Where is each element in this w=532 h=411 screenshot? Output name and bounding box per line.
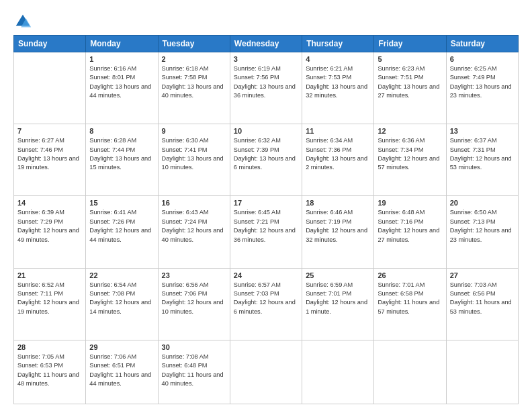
logo-icon	[13, 12, 32, 31]
calendar-cell: 18Sunrise: 6:46 AMSunset: 7:19 PMDayligh…	[302, 196, 374, 268]
day-number: 8	[89, 127, 154, 135]
calendar-cell: 24Sunrise: 6:57 AMSunset: 7:03 PMDayligh…	[230, 268, 302, 340]
calendar-cell: 11Sunrise: 6:34 AMSunset: 7:36 PMDayligh…	[302, 124, 374, 196]
day-number: 24	[234, 271, 298, 279]
logo	[13, 12, 35, 31]
page: SundayMondayTuesdayWednesdayThursdayFrid…	[0, 0, 532, 411]
day-number: 10	[234, 127, 298, 135]
day-number: 15	[89, 199, 154, 207]
week-row-3: 21Sunrise: 6:52 AMSunset: 7:11 PMDayligh…	[14, 268, 519, 340]
calendar-cell: 19Sunrise: 6:48 AMSunset: 7:16 PMDayligh…	[374, 196, 446, 268]
cell-info: Sunrise: 7:08 AMSunset: 6:48 PMDaylight:…	[162, 353, 226, 388]
calendar-cell: 9Sunrise: 6:30 AMSunset: 7:41 PMDaylight…	[158, 124, 230, 196]
calendar-cell: 28Sunrise: 7:05 AMSunset: 6:53 PMDayligh…	[14, 340, 86, 404]
calendar-cell: 13Sunrise: 6:37 AMSunset: 7:31 PMDayligh…	[446, 124, 518, 196]
calendar-cell: 4Sunrise: 6:21 AMSunset: 7:53 PMDaylight…	[302, 52, 374, 124]
cell-info: Sunrise: 7:01 AMSunset: 6:58 PMDaylight:…	[378, 281, 442, 316]
calendar-cell: 14Sunrise: 6:39 AMSunset: 7:29 PMDayligh…	[14, 196, 86, 268]
calendar-cell: 8Sunrise: 6:28 AMSunset: 7:44 PMDaylight…	[86, 124, 158, 196]
calendar-cell: 5Sunrise: 6:23 AMSunset: 7:51 PMDaylight…	[374, 52, 446, 124]
day-number: 18	[306, 199, 370, 207]
cell-info: Sunrise: 6:50 AMSunset: 7:13 PMDaylight:…	[450, 208, 515, 244]
cell-info: Sunrise: 6:52 AMSunset: 7:11 PMDaylight:…	[17, 281, 82, 316]
calendar-cell	[14, 52, 86, 124]
weekday-header-thursday: Thursday	[302, 36, 374, 52]
calendar-cell	[446, 340, 518, 404]
weekday-header-friday: Friday	[374, 36, 446, 52]
cell-info: Sunrise: 6:56 AMSunset: 7:06 PMDaylight:…	[162, 281, 226, 316]
day-number: 1	[89, 55, 154, 63]
cell-info: Sunrise: 6:27 AMSunset: 7:46 PMDaylight:…	[17, 136, 82, 172]
day-number: 2	[162, 55, 226, 63]
weekday-header-saturday: Saturday	[446, 36, 518, 52]
calendar-cell	[230, 340, 302, 404]
day-number: 20	[450, 199, 515, 207]
weekday-header-wednesday: Wednesday	[230, 36, 302, 52]
day-number: 22	[89, 271, 154, 279]
week-row-2: 14Sunrise: 6:39 AMSunset: 7:29 PMDayligh…	[14, 196, 519, 268]
calendar-cell: 30Sunrise: 7:08 AMSunset: 6:48 PMDayligh…	[158, 340, 230, 404]
cell-info: Sunrise: 6:19 AMSunset: 7:56 PMDaylight:…	[234, 64, 298, 100]
cell-info: Sunrise: 6:30 AMSunset: 7:41 PMDaylight:…	[162, 136, 226, 172]
cell-info: Sunrise: 6:16 AMSunset: 8:01 PMDaylight:…	[89, 64, 154, 100]
weekday-header-sunday: Sunday	[14, 36, 86, 52]
cell-info: Sunrise: 6:48 AMSunset: 7:16 PMDaylight:…	[378, 208, 442, 244]
calendar-cell: 23Sunrise: 6:56 AMSunset: 7:06 PMDayligh…	[158, 268, 230, 340]
calendar-cell: 15Sunrise: 6:41 AMSunset: 7:26 PMDayligh…	[86, 196, 158, 268]
day-number: 13	[450, 127, 515, 135]
cell-info: Sunrise: 6:43 AMSunset: 7:24 PMDaylight:…	[162, 208, 226, 244]
calendar-cell	[302, 340, 374, 404]
day-number: 29	[89, 343, 154, 351]
calendar-cell: 16Sunrise: 6:43 AMSunset: 7:24 PMDayligh…	[158, 196, 230, 268]
cell-info: Sunrise: 6:18 AMSunset: 7:58 PMDaylight:…	[162, 64, 226, 100]
cell-info: Sunrise: 7:05 AMSunset: 6:53 PMDaylight:…	[17, 353, 82, 388]
calendar-cell: 20Sunrise: 6:50 AMSunset: 7:13 PMDayligh…	[446, 196, 518, 268]
day-number: 28	[17, 343, 82, 351]
calendar-cell: 26Sunrise: 7:01 AMSunset: 6:58 PMDayligh…	[374, 268, 446, 340]
cell-info: Sunrise: 6:34 AMSunset: 7:36 PMDaylight:…	[306, 136, 370, 172]
day-number: 4	[306, 55, 370, 63]
cell-info: Sunrise: 6:41 AMSunset: 7:26 PMDaylight:…	[89, 208, 154, 244]
day-number: 30	[162, 343, 226, 351]
day-number: 19	[378, 199, 442, 207]
calendar-cell: 12Sunrise: 6:36 AMSunset: 7:34 PMDayligh…	[374, 124, 446, 196]
header	[13, 12, 519, 31]
calendar-cell: 21Sunrise: 6:52 AMSunset: 7:11 PMDayligh…	[14, 268, 86, 340]
cell-info: Sunrise: 6:37 AMSunset: 7:31 PMDaylight:…	[450, 136, 515, 172]
calendar-cell: 3Sunrise: 6:19 AMSunset: 7:56 PMDaylight…	[230, 52, 302, 124]
cell-info: Sunrise: 6:32 AMSunset: 7:39 PMDaylight:…	[234, 136, 298, 172]
day-number: 16	[162, 199, 226, 207]
day-number: 21	[17, 271, 82, 279]
cell-info: Sunrise: 6:57 AMSunset: 7:03 PMDaylight:…	[234, 281, 298, 316]
calendar-cell: 29Sunrise: 7:06 AMSunset: 6:51 PMDayligh…	[86, 340, 158, 404]
day-number: 11	[306, 127, 370, 135]
calendar-cell: 27Sunrise: 7:03 AMSunset: 6:56 PMDayligh…	[446, 268, 518, 340]
weekday-header-monday: Monday	[86, 36, 158, 52]
weekday-header-tuesday: Tuesday	[158, 36, 230, 52]
calendar-cell: 1Sunrise: 6:16 AMSunset: 8:01 PMDaylight…	[86, 52, 158, 124]
calendar-table: SundayMondayTuesdayWednesdayThursdayFrid…	[13, 35, 519, 404]
day-number: 17	[234, 199, 298, 207]
cell-info: Sunrise: 6:28 AMSunset: 7:44 PMDaylight:…	[89, 136, 154, 172]
day-number: 14	[17, 199, 82, 207]
day-number: 27	[450, 271, 515, 279]
cell-info: Sunrise: 6:23 AMSunset: 7:51 PMDaylight:…	[378, 64, 442, 100]
calendar-cell: 2Sunrise: 6:18 AMSunset: 7:58 PMDaylight…	[158, 52, 230, 124]
week-row-0: 1Sunrise: 6:16 AMSunset: 8:01 PMDaylight…	[14, 52, 519, 124]
day-number: 12	[378, 127, 442, 135]
calendar-cell: 17Sunrise: 6:45 AMSunset: 7:21 PMDayligh…	[230, 196, 302, 268]
week-row-1: 7Sunrise: 6:27 AMSunset: 7:46 PMDaylight…	[14, 124, 519, 196]
cell-info: Sunrise: 6:25 AMSunset: 7:49 PMDaylight:…	[450, 64, 515, 100]
cell-info: Sunrise: 6:21 AMSunset: 7:53 PMDaylight:…	[306, 64, 370, 100]
day-number: 3	[234, 55, 298, 63]
cell-info: Sunrise: 7:03 AMSunset: 6:56 PMDaylight:…	[450, 281, 515, 316]
calendar-cell	[374, 340, 446, 404]
cell-info: Sunrise: 7:06 AMSunset: 6:51 PMDaylight:…	[89, 353, 154, 388]
weekday-header-row: SundayMondayTuesdayWednesdayThursdayFrid…	[14, 36, 519, 52]
day-number: 25	[306, 271, 370, 279]
day-number: 7	[17, 127, 82, 135]
cell-info: Sunrise: 6:54 AMSunset: 7:08 PMDaylight:…	[89, 281, 154, 316]
cell-info: Sunrise: 6:46 AMSunset: 7:19 PMDaylight:…	[306, 208, 370, 244]
calendar-cell: 6Sunrise: 6:25 AMSunset: 7:49 PMDaylight…	[446, 52, 518, 124]
day-number: 5	[378, 55, 442, 63]
